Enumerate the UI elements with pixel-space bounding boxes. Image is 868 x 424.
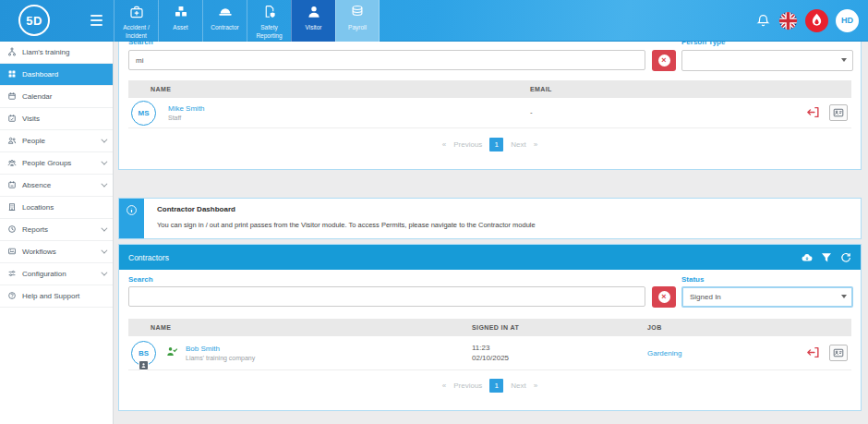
contractors-panel-title: Contractors — [128, 253, 169, 262]
people-group-icon — [7, 158, 17, 169]
person-email: - — [530, 107, 785, 117]
building-icon — [7, 202, 17, 213]
infobox-text: You can sign in / out and print passes f… — [157, 221, 536, 229]
calendar-icon — [7, 91, 17, 103]
contractor-dashboard-infobox: Contractor Dashboard You can sign in / o… — [118, 198, 862, 239]
pagination-next[interactable]: Next — [511, 382, 525, 390]
nav-safety-reporting[interactable]: Safety Reporting — [247, 0, 291, 42]
pagination-first[interactable]: « — [442, 382, 446, 390]
signed-in-date: 02/10/2025 — [472, 353, 647, 363]
info-icon — [126, 204, 138, 216]
coins-icon — [349, 4, 366, 24]
signed-in-time: 11:23 — [472, 343, 647, 353]
workflow-image-icon — [7, 247, 17, 258]
nav-contractor[interactable]: Contractor — [202, 0, 247, 42]
logo-zone: 5D — [0, 0, 114, 41]
sidebar-item-reports[interactable]: Reports — [0, 219, 113, 241]
nav-payroll[interactable]: Payroll — [335, 0, 380, 42]
print-pass-button[interactable] — [829, 104, 848, 121]
contractors-search-label: Search — [128, 275, 153, 284]
person-type-label: Person Type — [681, 42, 725, 46]
sidebar-item-calendar[interactable]: Calendar — [0, 86, 113, 108]
user-check-icon — [166, 345, 178, 361]
pagination-next[interactable]: Next — [511, 140, 525, 149]
top-navigation: Accident / Incident Asset Contractor Saf… — [114, 0, 380, 42]
sign-out-icon — [806, 105, 820, 119]
person-type-select-wrap — [681, 50, 853, 71]
col-email: EMAIL — [530, 86, 785, 92]
status-select[interactable]: Signed In — [681, 286, 853, 308]
pagination-last[interactable]: » — [534, 140, 537, 149]
calendar-check-icon — [7, 114, 17, 125]
contractors-table: NAME SIGNED IN AT JOB BS Bob Smith Liams… — [128, 319, 851, 393]
person-type-text: Staff — [168, 115, 205, 121]
chevron-down-icon — [101, 159, 107, 165]
sign-out-button[interactable] — [805, 345, 820, 360]
nav-accident-incident[interactable]: Accident / Incident — [114, 0, 158, 42]
contractor-name-link[interactable]: Bob Smith — [186, 345, 255, 353]
people-search-input[interactable] — [128, 50, 645, 70]
sliders-icon — [7, 269, 17, 280]
notifications-bell-icon[interactable] — [755, 13, 771, 29]
main-content: Search × Person Type NAME EMAIL MS Mike … — [114, 42, 868, 424]
job-link[interactable]: Gardening — [647, 349, 785, 357]
pagination-page-1[interactable]: 1 — [489, 379, 503, 393]
clock-icon — [7, 224, 17, 236]
sign-out-icon — [806, 345, 820, 359]
infobox-title: Contractor Dashboard — [157, 205, 536, 213]
pagination-previous[interactable]: Previous — [453, 382, 482, 390]
pass-badge-icon — [139, 360, 149, 370]
avatar: MS — [131, 101, 156, 126]
people-icon — [7, 136, 17, 147]
sitemap-icon — [7, 47, 17, 58]
sidebar-item-help-and-support[interactable]: Help and Support — [0, 285, 113, 308]
refresh-icon[interactable] — [840, 252, 851, 263]
boxes-icon — [173, 4, 189, 24]
sidebar-item-liams-training[interactable]: Liam's training — [0, 42, 113, 64]
clear-contractors-search-button[interactable]: × — [652, 286, 676, 308]
pagination-last[interactable]: » — [534, 382, 537, 390]
person-name-link[interactable]: Mike Smith — [168, 104, 205, 113]
contractor-company-text: Liams' training company — [186, 355, 255, 361]
dashboard-grid-icon — [7, 69, 17, 80]
sidebar-item-visits[interactable]: Visits — [0, 108, 113, 130]
sidebar-item-workflows[interactable]: Workflows — [0, 241, 113, 263]
contractors-panel-header: Contractors — [119, 245, 861, 270]
contractors-panel: Contractors Search × Status Signed In NA… — [118, 244, 862, 411]
fire-alert-icon[interactable] — [805, 9, 828, 32]
people-table: NAME EMAIL MS Mike Smith Staff - — [128, 80, 851, 151]
sidebar-item-people[interactable]: People — [0, 130, 113, 152]
topbar-actions: HD — [755, 0, 868, 41]
person-type-select[interactable] — [681, 50, 853, 71]
times-circle-icon: × — [658, 55, 670, 67]
table-row: MS Mike Smith Staff - — [128, 98, 851, 128]
user-avatar[interactable]: HD — [836, 9, 859, 32]
sidebar-item-configuration[interactable]: Configuration — [0, 263, 113, 285]
contractors-search-input[interactable] — [128, 286, 645, 307]
cloud-download-icon[interactable] — [802, 252, 813, 263]
filter-icon[interactable] — [821, 252, 832, 263]
print-pass-button[interactable] — [829, 345, 848, 361]
sidebar-item-locations[interactable]: Locations — [0, 197, 113, 219]
sidebar-item-dashboard[interactable]: Dashboard — [0, 64, 113, 86]
nav-visitor[interactable]: Visitor — [291, 0, 335, 42]
person-icon — [306, 4, 322, 24]
pagination-page-1[interactable]: 1 — [489, 138, 503, 151]
id-card-icon — [833, 107, 844, 118]
pagination-first[interactable]: « — [442, 140, 446, 149]
sidebar-item-absence[interactable]: Absence — [0, 175, 113, 197]
sidebar: Liam's training Dashboard Calendar Visit… — [0, 42, 114, 424]
menu-toggle-icon[interactable] — [87, 11, 106, 30]
sign-out-button[interactable] — [805, 105, 820, 120]
chevron-down-icon — [101, 137, 107, 143]
contractors-table-header: NAME SIGNED IN AT JOB — [128, 319, 851, 336]
nav-asset[interactable]: Asset — [158, 0, 202, 42]
clear-people-search-button[interactable]: × — [652, 50, 676, 71]
pagination-previous[interactable]: Previous — [453, 140, 482, 149]
sidebar-item-people-groups[interactable]: People Groups — [0, 152, 113, 175]
col-name: NAME — [128, 324, 472, 331]
col-signed-in-at: SIGNED IN AT — [472, 324, 647, 331]
chevron-down-icon — [101, 225, 107, 232]
uk-flag-icon[interactable] — [778, 11, 798, 30]
people-table-header: NAME EMAIL — [128, 80, 851, 98]
